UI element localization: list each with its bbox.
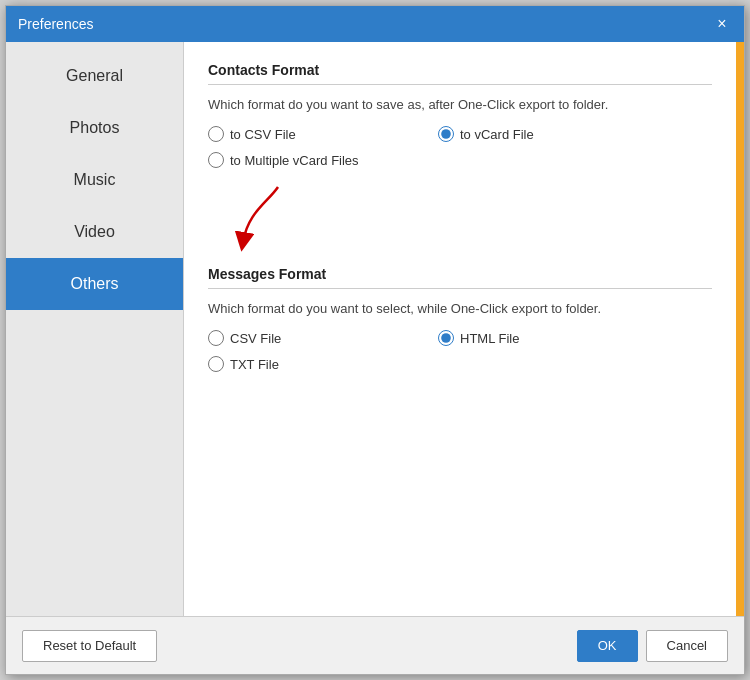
contacts-csv-label: to CSV File [230, 127, 296, 142]
contacts-format-desc: Which format do you want to save as, aft… [208, 97, 712, 112]
contacts-option-vcard[interactable]: to vCard File [438, 126, 668, 142]
contacts-radio-vcard[interactable] [438, 126, 454, 142]
sidebar-label-video: Video [74, 223, 115, 241]
title-bar: Preferences × [6, 6, 744, 42]
red-arrow-svg [228, 182, 308, 252]
messages-radio-csv[interactable] [208, 330, 224, 346]
contacts-format-heading: Contacts Format [208, 62, 712, 85]
messages-option-txt[interactable]: TXT File [208, 356, 438, 372]
messages-txt-label: TXT File [230, 357, 279, 372]
messages-row-1: CSV File HTML File [208, 330, 712, 346]
contacts-option-csv[interactable]: to CSV File [208, 126, 438, 142]
dialog-footer: Reset to Default OK Cancel [6, 616, 744, 674]
annotation-arrow [208, 192, 712, 266]
sidebar-item-general[interactable]: General [6, 50, 183, 102]
messages-format-options: CSV File HTML File TXT File [208, 330, 712, 372]
sidebar-label-photos: Photos [70, 119, 120, 137]
messages-csv-label: CSV File [230, 331, 281, 346]
sidebar-label-general: General [66, 67, 123, 85]
sidebar-item-music[interactable]: Music [6, 154, 183, 206]
dialog-title: Preferences [18, 16, 712, 32]
accent-bar [736, 42, 744, 616]
close-button[interactable]: × [712, 14, 732, 34]
preferences-dialog: Preferences × General Photos Music Video… [5, 5, 745, 675]
contacts-radio-multiple-vcard[interactable] [208, 152, 224, 168]
sidebar-item-video[interactable]: Video [6, 206, 183, 258]
messages-row-2: TXT File [208, 356, 712, 372]
contacts-row-2: to Multiple vCard Files [208, 152, 712, 168]
contacts-multiple-vcard-label: to Multiple vCard Files [230, 153, 359, 168]
sidebar-item-photos[interactable]: Photos [6, 102, 183, 154]
sidebar-label-others: Others [70, 275, 118, 293]
messages-option-csv[interactable]: CSV File [208, 330, 438, 346]
sidebar-item-others[interactable]: Others [6, 258, 183, 310]
messages-option-html[interactable]: HTML File [438, 330, 668, 346]
reset-button[interactable]: Reset to Default [22, 630, 157, 662]
messages-radio-html[interactable] [438, 330, 454, 346]
content-area: Contacts Format Which format do you want… [184, 42, 736, 616]
messages-html-label: HTML File [460, 331, 519, 346]
dialog-body: General Photos Music Video Others Contac… [6, 42, 744, 616]
contacts-radio-csv[interactable] [208, 126, 224, 142]
sidebar-label-music: Music [74, 171, 116, 189]
messages-radio-txt[interactable] [208, 356, 224, 372]
contacts-vcard-label: to vCard File [460, 127, 534, 142]
contacts-option-multiple-vcard[interactable]: to Multiple vCard Files [208, 152, 438, 168]
contacts-format-options: to CSV File to vCard File to Multiple vC… [208, 126, 712, 168]
messages-format-heading: Messages Format [208, 266, 712, 289]
contacts-row-1: to CSV File to vCard File [208, 126, 712, 142]
messages-format-desc: Which format do you want to select, whil… [208, 301, 712, 316]
footer-right-buttons: OK Cancel [577, 630, 728, 662]
sidebar: General Photos Music Video Others [6, 42, 184, 616]
ok-button[interactable]: OK [577, 630, 638, 662]
cancel-button[interactable]: Cancel [646, 630, 728, 662]
